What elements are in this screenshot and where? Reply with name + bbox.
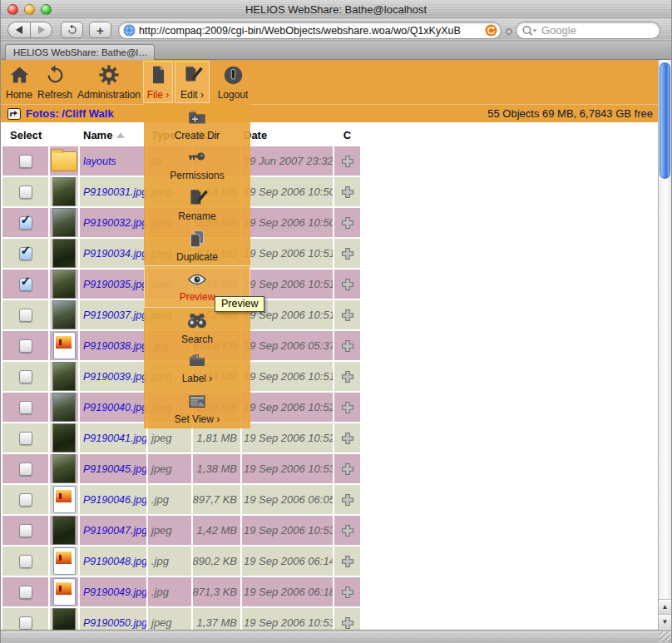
file-thumbnail[interactable]	[52, 239, 76, 268]
row-checkbox[interactable]	[19, 493, 32, 507]
scroll-down-arrow[interactable]: ▼	[659, 614, 671, 629]
row-checkbox[interactable]	[19, 432, 32, 445]
file-thumbnail[interactable]	[52, 516, 76, 545]
file-thumbnail[interactable]	[52, 177, 76, 206]
add-comment-icon[interactable]	[341, 309, 354, 322]
row-checkbox[interactable]	[19, 401, 32, 414]
file-thumbnail[interactable]	[53, 332, 76, 359]
add-comment-icon[interactable]	[341, 216, 354, 230]
tab-webshare[interactable]: HELIOS WebShare: Bathe@l…	[5, 44, 155, 60]
add-comment-icon[interactable]	[341, 462, 354, 476]
file-thumbnail[interactable]	[52, 270, 76, 299]
home-button[interactable]: Home	[4, 62, 34, 102]
add-comment-icon[interactable]	[341, 278, 354, 291]
file-link[interactable]: P9190050.jpg	[83, 617, 146, 629]
forward-button[interactable]	[30, 22, 52, 38]
row-checkbox[interactable]	[19, 370, 32, 383]
menu-item-set-view[interactable]: Set View ›	[144, 388, 250, 429]
row-checkbox[interactable]	[19, 462, 32, 476]
file-thumbnail[interactable]	[53, 486, 76, 513]
file-menu-button[interactable]: File ›	[143, 61, 173, 103]
snapback-icon[interactable]	[485, 24, 497, 37]
row-checkbox[interactable]	[19, 185, 32, 199]
address-bar[interactable]: http://compaq:2009/cgi-bin/WebObjects/we…	[118, 22, 502, 39]
file-thumbnail[interactable]	[53, 547, 76, 575]
add-comment-icon[interactable]	[341, 586, 354, 599]
add-comment-icon[interactable]	[341, 339, 354, 353]
add-comment-icon[interactable]	[341, 155, 354, 168]
file-thumbnail[interactable]	[53, 578, 76, 606]
file-link[interactable]: P9190032.jpg	[83, 217, 146, 229]
file-thumbnail[interactable]	[52, 362, 76, 391]
refresh-button[interactable]: Refresh	[36, 62, 74, 102]
tab-bar: HELIOS WebShare: Bathe@l…	[1, 42, 671, 60]
menu-item-rename[interactable]: Rename	[144, 185, 250, 225]
add-comment-icon[interactable]	[341, 247, 354, 260]
file-link[interactable]: P9190047.jpg	[83, 525, 146, 537]
file-thumbnail[interactable]	[52, 208, 76, 237]
menu-item-permissions[interactable]: Permissions	[144, 145, 250, 185]
folder-up-icon[interactable]	[7, 108, 21, 120]
file-link[interactable]: P9190041.jpg	[83, 433, 146, 444]
menu-item-duplicate[interactable]: Duplicate	[144, 225, 250, 266]
row-checkbox[interactable]	[19, 586, 32, 599]
browser-window: HELIOS WebShare: Bathe@localhost + http:…	[0, 0, 672, 643]
file-thumbnail[interactable]	[52, 608, 76, 630]
row-checkbox[interactable]	[19, 278, 32, 291]
administration-button[interactable]: Administration	[76, 62, 142, 102]
file-link[interactable]: P9190035.jpg	[83, 279, 146, 290]
search-field[interactable]: Google	[516, 22, 660, 39]
row-checkbox[interactable]	[19, 247, 32, 260]
file-thumbnail[interactable]	[52, 454, 76, 483]
edit-menu-button[interactable]: Edit ›	[175, 61, 210, 103]
eye-icon	[185, 270, 210, 289]
file-link[interactable]: P9190045.jpg	[83, 463, 146, 475]
file-thumbnail[interactable]	[52, 423, 76, 453]
file-thumbnail[interactable]	[52, 300, 76, 329]
scroll-up-arrow[interactable]: ▲	[659, 599, 671, 614]
menu-item-label[interactable]: Label ›	[144, 348, 250, 388]
file-link[interactable]: P9190038.jpg	[83, 340, 146, 352]
add-comment-icon[interactable]	[341, 370, 354, 383]
row-checkbox[interactable]	[19, 216, 32, 230]
header-select[interactable]: Select	[2, 129, 48, 141]
menu-label: Set View ›	[175, 413, 220, 425]
row-checkbox[interactable]	[19, 309, 32, 322]
add-comment-icon[interactable]	[341, 185, 354, 199]
row-checkbox[interactable]	[19, 339, 32, 353]
breadcrumb[interactable]: Fotos: /Cliff Walk	[26, 107, 114, 120]
file-link[interactable]: P9190046.jpg	[83, 494, 146, 506]
add-comment-icon[interactable]	[341, 432, 354, 445]
new-tab-button[interactable]: +	[89, 22, 111, 38]
file-link[interactable]: P9190049.jpg	[83, 586, 146, 598]
vertical-scrollbar[interactable]: ▲ ▼	[658, 60, 671, 630]
reload-button[interactable]	[61, 22, 83, 38]
row-checkbox[interactable]	[19, 555, 32, 568]
file-link[interactable]: P9190037.jpg	[83, 309, 146, 321]
add-comment-icon[interactable]	[341, 616, 354, 630]
add-comment-icon[interactable]	[341, 401, 354, 414]
resize-grip[interactable]	[659, 631, 670, 642]
file-link[interactable]: P9190040.jpg	[83, 402, 146, 413]
scrollbar-thumb[interactable]	[660, 62, 670, 179]
menu-item-create-dir[interactable]: Create Dir	[144, 104, 250, 145]
file-link[interactable]: P9190048.jpg	[83, 556, 146, 567]
back-button[interactable]	[7, 22, 30, 38]
menu-item-search[interactable]: Search	[144, 308, 250, 349]
add-comment-icon[interactable]	[341, 555, 354, 568]
file-link[interactable]: layouts	[83, 156, 116, 167]
logout-button[interactable]: Logout	[211, 62, 254, 102]
header-name[interactable]: Name	[80, 129, 146, 141]
file-thumbnail[interactable]	[51, 151, 77, 171]
row-checkbox[interactable]	[19, 524, 32, 537]
file-link[interactable]: P9190039.jpg	[83, 371, 146, 383]
file-link[interactable]: P9190031.jpg	[83, 186, 146, 198]
row-checkbox[interactable]	[19, 616, 32, 630]
header-date[interactable]: Date	[242, 129, 333, 141]
file-link[interactable]: P9190034.jpg	[83, 248, 146, 260]
row-checkbox[interactable]	[19, 155, 32, 168]
add-comment-icon[interactable]	[341, 493, 354, 507]
file-thumbnail[interactable]	[52, 393, 76, 422]
url-text[interactable]: http://compaq:2009/cgi-bin/WebObjects/we…	[139, 25, 485, 37]
add-comment-icon[interactable]	[341, 524, 354, 537]
